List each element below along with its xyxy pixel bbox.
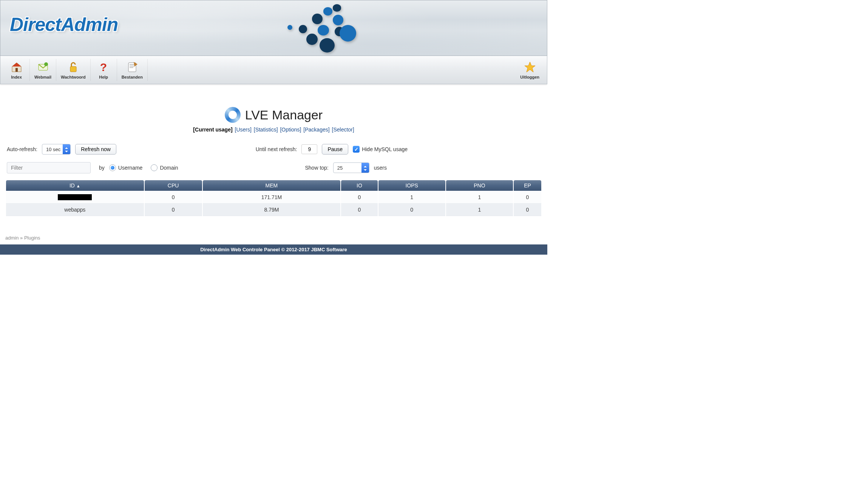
page-title: LVE Manager: [245, 108, 323, 122]
checkbox-checked-icon: [353, 146, 360, 153]
cell-mem: 8.79M: [203, 204, 341, 216]
controls-row-1: Auto-refresh: 10 sec Refresh now Until n…: [5, 142, 542, 157]
hide-mysql-checkbox[interactable]: Hide MySQL usage: [353, 146, 408, 153]
toolbar-webmail-label: Webmail: [34, 75, 51, 79]
cell-mem: 171.71M: [203, 191, 341, 204]
redacted-text: [58, 194, 92, 200]
svg-marker-12: [525, 62, 535, 72]
svg-point-4: [44, 62, 48, 66]
radio-unchecked-icon: [151, 164, 158, 171]
table-row: 0 171.71M 0 1 1 0: [6, 191, 541, 204]
lock-icon: [67, 61, 79, 73]
pause-button[interactable]: Pause: [322, 144, 348, 155]
svg-rect-2: [15, 68, 18, 72]
tab-selector[interactable]: [Selector]: [332, 127, 354, 133]
svg-rect-5: [70, 66, 76, 72]
logo: DirectAdmin: [10, 14, 118, 36]
page-heading: LVE Manager: [5, 107, 542, 123]
sort-asc-icon: ▲: [76, 184, 80, 188]
svg-rect-8: [130, 64, 135, 65]
show-top-label: Show top:: [305, 165, 329, 171]
help-icon: ?: [97, 61, 110, 73]
auto-refresh-select[interactable]: 10 sec: [42, 144, 71, 155]
toolbar-logout-label: Uitloggen: [520, 75, 539, 79]
mail-icon: [37, 61, 49, 73]
svg-text:?: ?: [100, 61, 107, 73]
users-label: users: [374, 165, 387, 171]
col-pno[interactable]: PNO: [446, 180, 513, 191]
toolbar-password-label: Wachtwoord: [61, 75, 86, 79]
col-cpu[interactable]: CPU: [145, 180, 202, 191]
tab-statistics[interactable]: [Statistics]: [254, 127, 278, 133]
cell-pno: 1: [446, 204, 513, 216]
main-content: LVE Manager [Current usage] [Users] [Sta…: [0, 84, 547, 231]
until-next-refresh-input[interactable]: [301, 144, 317, 154]
table-row: webapps 0 8.79M 0 0 1 0: [6, 204, 541, 216]
files-icon: [126, 61, 138, 73]
breadcrumb-home[interactable]: admin: [5, 235, 19, 241]
svg-marker-1: [12, 63, 21, 66]
footer: DirectAdmin Web Controle Paneel © 2012-2…: [0, 244, 547, 255]
breadcrumb-current: Plugins: [24, 235, 40, 241]
star-icon: [524, 61, 536, 73]
cell-iops: 1: [378, 191, 445, 204]
radio-checked-icon: [109, 164, 116, 171]
cell-id: [6, 191, 144, 204]
breadcrumb: admin » Plugins: [0, 231, 547, 244]
cell-io: 0: [341, 204, 377, 216]
toolbar-webmail[interactable]: Webmail: [30, 59, 56, 81]
logo-text: DirectAdmin: [10, 14, 118, 35]
toolbar-help-label: Help: [99, 75, 108, 79]
radio-username-label: Username: [118, 165, 143, 171]
auto-refresh-value: 10 sec: [46, 147, 60, 152]
cell-id: webapps: [6, 204, 144, 216]
usage-table: ID ▲ CPU MEM IO IOPS PNO EP 0 171.71M 0 …: [5, 180, 542, 216]
cell-cpu: 0: [145, 191, 202, 204]
col-ep[interactable]: EP: [514, 180, 541, 191]
svg-rect-10: [130, 67, 133, 68]
col-mem[interactable]: MEM: [203, 180, 341, 191]
tab-row: [Current usage] [Users] [Statistics] [Op…: [5, 127, 542, 133]
tab-current-usage[interactable]: [Current usage]: [193, 127, 232, 133]
chevron-updown-icon: [361, 163, 369, 173]
refresh-now-button[interactable]: Refresh now: [75, 144, 116, 155]
cell-cpu: 0: [145, 204, 202, 216]
until-next-refresh-label: Until next refresh:: [256, 146, 297, 152]
toolbar-help[interactable]: ? Help: [91, 59, 117, 81]
toolbar-password[interactable]: Wachtwoord: [56, 59, 91, 81]
decorative-dots: [257, 4, 363, 53]
col-io[interactable]: IO: [341, 180, 377, 191]
cell-ep: 0: [514, 204, 541, 216]
radio-domain[interactable]: Domain: [151, 164, 178, 171]
header-banner: DirectAdmin: [0, 0, 547, 56]
tab-packages[interactable]: [Packages]: [303, 127, 329, 133]
by-label: by: [99, 165, 105, 171]
show-top-select[interactable]: 25: [333, 162, 369, 173]
show-top-value: 25: [337, 165, 343, 171]
col-id[interactable]: ID ▲: [6, 180, 144, 191]
breadcrumb-sep: »: [20, 235, 23, 241]
filter-input[interactable]: [7, 162, 91, 173]
table-header-row: ID ▲ CPU MEM IO IOPS PNO EP: [6, 180, 541, 191]
svg-rect-9: [130, 66, 135, 66]
controls-row-2: by Username Domain Show top: 25 users: [5, 160, 542, 176]
toolbar-logout[interactable]: Uitloggen: [516, 59, 544, 81]
toolbar-files[interactable]: Bestanden: [117, 59, 148, 81]
chevron-updown-icon: [63, 144, 70, 154]
cell-io: 0: [341, 191, 377, 204]
tab-options[interactable]: [Options]: [280, 127, 301, 133]
col-iops[interactable]: IOPS: [378, 180, 445, 191]
hide-mysql-label: Hide MySQL usage: [362, 146, 408, 152]
toolbar-index-label: Index: [11, 75, 22, 79]
auto-refresh-label: Auto-refresh:: [7, 146, 37, 152]
toolbar-index[interactable]: Index: [3, 59, 30, 81]
tab-users[interactable]: [Users]: [235, 127, 252, 133]
swirl-icon: [225, 107, 241, 123]
cell-ep: 0: [514, 191, 541, 204]
home-icon: [11, 61, 23, 73]
cell-iops: 0: [378, 204, 445, 216]
main-toolbar: Index Webmail Wachtwoord ? Help Bestande…: [0, 56, 547, 84]
toolbar-files-label: Bestanden: [122, 75, 143, 79]
cell-pno: 1: [446, 191, 513, 204]
radio-username[interactable]: Username: [109, 164, 143, 171]
